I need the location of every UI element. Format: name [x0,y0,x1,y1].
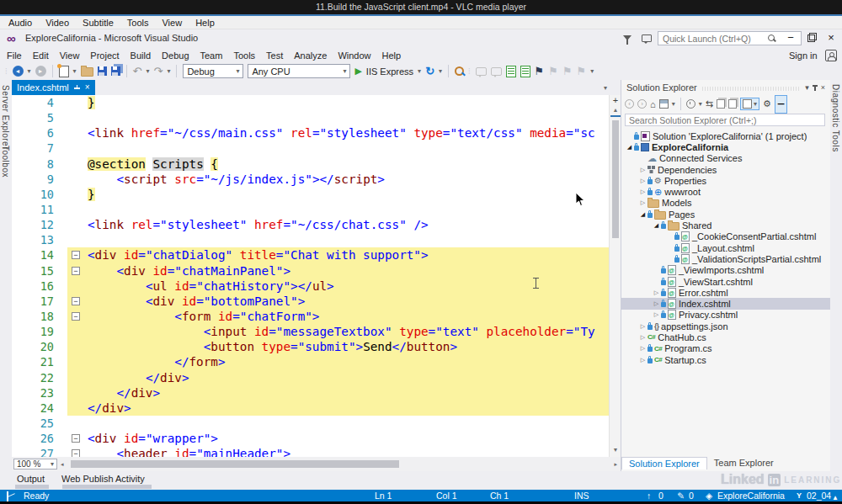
document-tab-index-cshtml[interactable]: Index.cshtml × [12,80,95,95]
vs-menu-item[interactable]: Tools [233,50,255,61]
tree-item[interactable]: ▷{}appsettings.json [621,321,830,332]
tree-item[interactable]: ▷Dependencies [621,164,830,175]
tree-collapsed-icon[interactable]: ▷ [638,357,647,363]
tree-item[interactable]: ▷C#ChatHub.cs [621,332,830,342]
tree-collapsed-icon[interactable]: ▷ [638,323,647,330]
tree-collapsed-icon[interactable]: ▷ [638,334,647,341]
tree-item[interactable]: _ViewImports.cshtml [621,265,830,276]
toolbar-overflow-icon[interactable]: ▾ [590,67,594,75]
tree-item[interactable]: ◢Shared [621,220,830,231]
panel-tab[interactable]: Solution Explorer [621,457,707,470]
tree-item[interactable]: _CookieConsentPartial.cshtml [621,231,830,242]
refresh-dropdown-icon[interactable]: ▾ [439,67,442,75]
tree-item[interactable]: _ViewStart.cshtml [621,276,830,287]
new-file-dropdown-icon[interactable]: ▾ [73,67,77,75]
fold-collapse-icon[interactable]: − [72,251,80,259]
undo-icon[interactable]: ↶ [133,65,142,77]
panel-menu-icon[interactable]: ▾ [805,83,809,92]
account-icon[interactable] [825,50,837,61]
vs-menu-item[interactable]: Project [90,50,119,61]
vs-menu-item[interactable]: File [7,50,22,61]
scroll-down-icon[interactable]: ▼ [610,447,621,453]
zoom-dropdown[interactable]: 100 % ▾ [13,459,57,470]
collapse-all-icon[interactable] [659,99,669,109]
vs-menu-item[interactable]: Help [382,50,402,61]
output-tab[interactable]: Web Publish Activity [61,474,145,484]
tree-item[interactable]: ▷Index.cshtml [621,298,830,309]
git-branch-icon[interactable]: Y [797,491,802,501]
pin-icon[interactable] [814,85,816,91]
repo-name[interactable]: ExploreCalifornia [717,491,785,501]
undo-dropdown-icon[interactable]: ▾ [146,67,149,75]
redo-icon[interactable]: ↷ [153,65,163,77]
feedback-icon[interactable] [642,34,652,42]
solution-explorer-search-input[interactable] [625,114,825,126]
attach-alt-icon[interactable] [520,66,530,77]
vlc-menu-item[interactable]: Subtitle [83,18,114,28]
vs-menu-item[interactable]: View [60,50,80,61]
filter-icon[interactable] [623,35,632,40]
minimize-button[interactable]: − [781,30,800,45]
save-all-icon[interactable] [111,66,120,76]
vlc-menu-item[interactable]: Audio [8,18,32,28]
vlc-menu-item[interactable]: Help [195,18,215,28]
tree-item[interactable]: ▷Error.cshtml [621,287,830,298]
properties-wrench-icon[interactable]: ⚙ [763,98,771,109]
tab-close-icon[interactable]: × [85,83,90,92]
tree-item[interactable]: _ValidationScriptsPartial.cshtml [621,253,830,264]
run-dropdown-icon[interactable]: ▾ [418,67,421,75]
tree-item[interactable]: ▷⚙Properties [621,175,830,186]
commits-ahead-count[interactable]: 0 [658,491,663,501]
vs-menu-item[interactable]: Edit [33,50,49,61]
status-char[interactable]: Ch 1 [490,491,509,501]
fold-collapse-icon[interactable]: − [72,312,80,321]
quick-launch-input[interactable] [658,31,802,45]
tree-expanded-icon[interactable]: ◢ [652,222,661,229]
pin-icon[interactable] [74,88,80,89]
back-dropdown-icon[interactable]: ▾ [28,67,31,75]
tree-collapsed-icon[interactable]: ▷ [652,289,661,296]
vlc-menu-item[interactable]: Video [45,18,69,28]
tree-collapsed-icon[interactable]: ▷ [652,300,661,307]
fold-collapse-icon[interactable]: − [72,297,80,305]
status-column[interactable]: Col 1 [436,491,457,501]
tab-overflow-icon[interactable]: ▾ [604,84,607,92]
sync-with-active-document-icon[interactable]: ⇆ [706,98,713,109]
tree-item[interactable]: ◢Pages [621,209,830,220]
tree-item[interactable]: _Layout.cshtml [621,242,830,253]
vs-menu-item[interactable]: Window [338,50,370,61]
close-button[interactable]: × [822,30,840,45]
splitter-line[interactable] [610,115,621,117]
vertical-scrollbar[interactable]: + ▲ ▼ [609,95,621,457]
tree-collapsed-icon[interactable]: ▷ [652,311,661,318]
scrollbar-thumb[interactable] [71,460,399,468]
open-file-icon[interactable] [81,67,93,77]
scrollbar-thumb[interactable] [612,120,619,238]
navigate-forward-icon[interactable]: ▸ [35,66,46,77]
tab-toolbox[interactable]: Toolbox [1,146,10,178]
tab-diagnostic-tools[interactable]: Diagnostic Tools [831,84,840,152]
vs-menu-item[interactable]: Test [266,50,283,61]
chevron-down-icon[interactable]: ▾ [672,100,675,108]
horizontal-scrollbar[interactable] [67,459,611,469]
preview-selected-toggle[interactable]: − [775,95,787,114]
branch-name[interactable]: 02_04 [807,491,831,501]
platform-dropdown[interactable]: Any CPU ▾ [248,64,350,78]
attach-icon[interactable] [506,66,516,77]
restore-button[interactable] [802,30,820,45]
fold-collapse-icon[interactable]: − [72,267,80,275]
refresh-icon[interactable]: ↻ [425,65,434,77]
view-code-icon[interactable] [728,99,737,109]
start-debug-icon[interactable]: ▶ [354,66,361,77]
commits-ahead-icon[interactable]: ↑ [647,491,651,501]
tree-collapsed-icon[interactable]: ▷ [638,178,647,184]
run-target-label[interactable]: IIS Express [366,66,413,77]
tree-item[interactable]: ▷C#Program.cs [621,343,830,354]
vs-menu-item[interactable]: Team [200,50,223,61]
split-editor-icon[interactable]: + [610,95,621,106]
tree-item[interactable]: ▷⊕wwwroot [621,186,830,197]
scroll-left-icon[interactable]: ◂ [57,461,67,468]
panel-close-icon[interactable]: × [821,83,825,92]
tree-collapsed-icon[interactable]: ▷ [638,345,647,352]
vlc-menu-item[interactable]: View [162,18,182,28]
